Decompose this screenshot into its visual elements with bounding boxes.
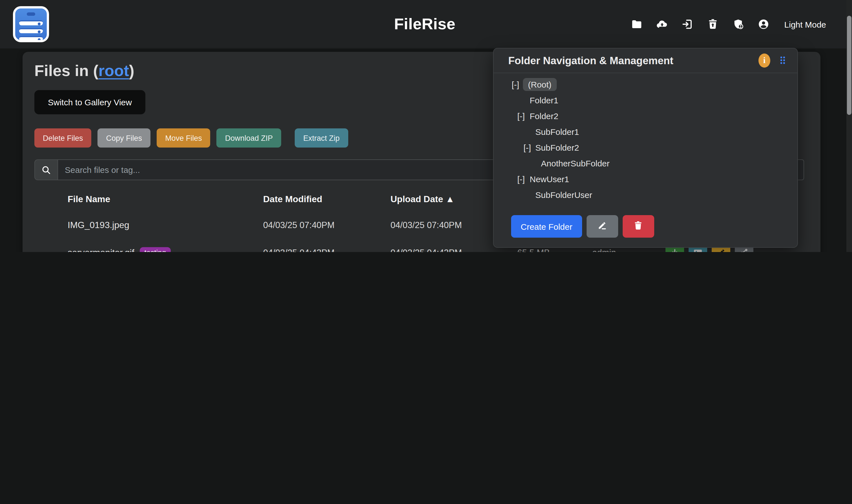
tree-item-subfolder1[interactable]: SubFolder1	[493, 124, 797, 140]
bulk-actions: Delete FilesCopy FilesMove FilesDownload…	[34, 128, 348, 147]
folder-icon[interactable]	[630, 18, 643, 31]
folder-panel-title: Folder Navigation & Management	[508, 54, 759, 67]
tree-item-label[interactable]: (Root)	[523, 78, 556, 91]
share-icon	[739, 247, 749, 252]
tree-collapse-toggle[interactable]: [-]	[523, 143, 531, 152]
tree-item-subfolderuser[interactable]: SubFolderUser	[493, 187, 797, 203]
search-button[interactable]	[34, 159, 57, 180]
tree-item-subfolder2[interactable]: [-]SubFolder2	[493, 140, 797, 156]
logo-bar	[19, 20, 43, 25]
logo-bar	[19, 36, 43, 41]
tree-item-label[interactable]: NewUser1	[530, 174, 569, 184]
image-preview-icon	[693, 247, 703, 252]
file-name[interactable]: servermonitor.giftesting	[68, 247, 171, 252]
folder-navigation-panel: Folder Navigation & Management i [-](Roo…	[493, 48, 798, 248]
delete-files-button[interactable]: Delete Files	[34, 128, 91, 147]
tree-item-label[interactable]: SubFolder2	[535, 143, 579, 152]
shield-user-icon[interactable]	[732, 18, 744, 31]
logo-slot	[27, 12, 35, 16]
tree-item-newuser1[interactable]: [-]NewUser1	[493, 171, 797, 187]
tree-collapse-toggle[interactable]: [-]	[517, 174, 525, 184]
upload-icon[interactable]	[656, 18, 668, 31]
header-actions: Light Mode	[630, 0, 826, 49]
date-modified: 04/03/25 04:43PM	[263, 248, 334, 252]
tree-item-anothersubfolder[interactable]: AnotherSubFolder	[493, 156, 797, 171]
logout-icon[interactable]	[681, 18, 694, 31]
tree-collapse-toggle[interactable]: [-]	[512, 80, 519, 89]
copy-files-button[interactable]: Copy Files	[98, 128, 151, 147]
account-icon[interactable]	[757, 18, 770, 31]
app-title: FileRise	[394, 15, 456, 33]
move-files-button[interactable]: Move Files	[157, 128, 210, 147]
tag-badge: testing	[140, 247, 171, 252]
extract-zip-button[interactable]: Extract Zip	[295, 128, 348, 147]
trash-restore-icon[interactable]	[707, 18, 719, 31]
top-bar: FileRise Light Mode	[0, 0, 852, 49]
gallery-view-button[interactable]: Switch to Gallery View	[34, 90, 145, 114]
search-icon	[40, 164, 52, 175]
pen-icon	[597, 220, 607, 233]
page-title-prefix: Files in (	[34, 62, 98, 79]
root-folder-link[interactable]: root	[98, 62, 129, 79]
column-upload-date[interactable]: Upload Date ▲	[390, 194, 454, 204]
logo-bar	[19, 28, 43, 33]
uploader: admin	[592, 248, 616, 252]
tree-item-folder1[interactable]: Folder1	[493, 92, 797, 108]
trash-icon	[633, 220, 644, 233]
drag-handle-icon[interactable]	[777, 54, 788, 67]
rename-icon	[716, 247, 726, 252]
column-date-modified[interactable]: Date Modified	[263, 194, 322, 204]
file-name[interactable]: IMG_0193.jpeg	[68, 220, 129, 230]
info-icon[interactable]: i	[759, 54, 770, 68]
file-size: 65.5 MB	[517, 248, 550, 252]
tree-item-label[interactable]: Folder1	[530, 95, 558, 105]
tree-item-folder2[interactable]: [-]Folder2	[493, 108, 797, 124]
upload-date: 04/03/25 04:43PM	[390, 248, 462, 252]
upload-date: 04/03/25 07:40PM	[390, 220, 462, 230]
delete-folder-button[interactable]	[622, 215, 654, 238]
download-icon	[670, 247, 680, 252]
theme-toggle[interactable]: Light Mode	[784, 19, 826, 29]
tree-item-label[interactable]: Folder2	[530, 111, 558, 121]
filerise-app: FileRise Light Mode Files in (root) Swit…	[0, 0, 852, 252]
date-modified: 04/03/25 07:40PM	[263, 220, 334, 230]
folder-panel-header: Folder Navigation & Management i	[493, 49, 797, 73]
scrollbar-thumb[interactable]	[847, 16, 851, 115]
download-zip-button[interactable]: Download ZIP	[217, 128, 281, 147]
tree-item-label[interactable]: AnotherSubFolder	[541, 159, 610, 168]
create-folder-button[interactable]: Create Folder	[511, 215, 582, 238]
column-file-name[interactable]: File Name	[68, 194, 110, 204]
tree-collapse-toggle[interactable]: [-]	[517, 111, 525, 121]
filerise-logo[interactable]	[13, 6, 49, 42]
folder-tree: [-](Root)Folder1[-]Folder2SubFolder1[-]S…	[493, 77, 797, 203]
scrollbar-track[interactable]	[846, 0, 852, 252]
rename-folder-button[interactable]	[586, 215, 618, 238]
page-title: Files in (root)	[34, 62, 134, 80]
tree-item-label[interactable]: SubFolderUser	[535, 190, 592, 200]
page-title-suffix: )	[129, 62, 134, 79]
tree-item-root[interactable]: [-](Root)	[493, 77, 797, 92]
tree-item-label[interactable]: SubFolder1	[535, 127, 579, 137]
sort-ascending-icon: ▲	[446, 194, 455, 204]
folder-panel-actions: Create Folder	[511, 215, 654, 238]
